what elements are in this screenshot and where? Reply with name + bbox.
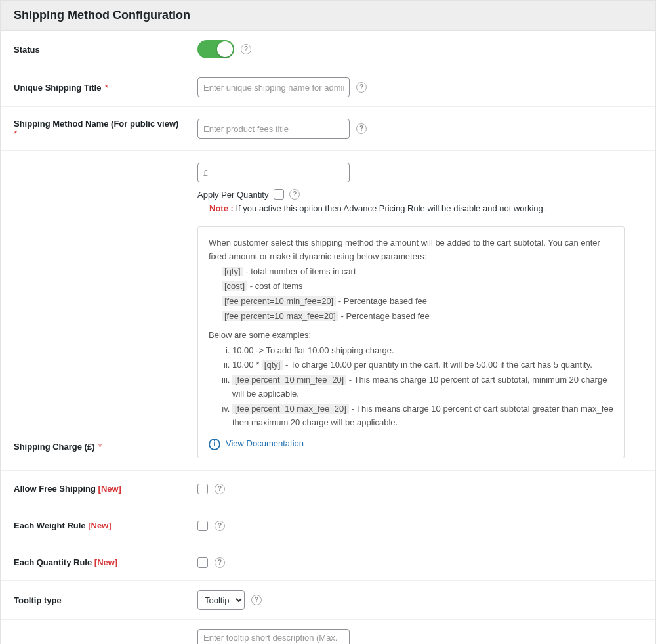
- row-method-name: Shipping Method Name (For public view) *…: [1, 107, 655, 151]
- new-badge: [New]: [98, 484, 121, 494]
- each-qty-checkbox[interactable]: [197, 557, 208, 568]
- tooltip-desc-textarea[interactable]: [197, 629, 350, 644]
- info-icon: i: [209, 439, 220, 450]
- label-unique-title: Unique Shipping Title *: [1, 68, 197, 106]
- view-documentation-link[interactable]: i View Documentation: [209, 437, 304, 451]
- label-each-weight: Each Weight Rule [New]: [1, 507, 197, 544]
- help-box: When customer select this shipping metho…: [197, 226, 625, 458]
- help-icon[interactable]: ?: [241, 44, 251, 54]
- unique-title-input[interactable]: [197, 77, 350, 97]
- panel-header: Shipping Method Configuration: [1, 1, 655, 31]
- page-title: Shipping Method Configuration: [14, 9, 642, 22]
- required-marker: *: [96, 442, 102, 452]
- note-line: Note : If you active this option then Ad…: [209, 204, 642, 213]
- status-toggle[interactable]: [197, 40, 234, 58]
- example-item: 10.00 * [qty] - To charge 10.00 per quan…: [232, 358, 613, 372]
- example-item: 10.00 -> To add flat 10.00 shipping char…: [232, 344, 613, 358]
- toggle-knob: [217, 41, 233, 57]
- label-shipping-charge: Shipping Charge (£) *: [1, 151, 197, 470]
- label-tooltip-type: Tooltip type: [1, 581, 197, 619]
- required-marker: *: [14, 129, 17, 139]
- help-icon[interactable]: ?: [215, 521, 225, 531]
- help-icon[interactable]: ?: [215, 557, 225, 568]
- help-icon[interactable]: ?: [289, 189, 300, 200]
- label-method-name: Shipping Method Name (For public view) *: [1, 107, 197, 150]
- tooltip-type-select[interactable]: Tooltip: [197, 590, 245, 610]
- allow-free-checkbox[interactable]: [197, 484, 208, 494]
- row-each-weight: Each Weight Rule [New] ?: [1, 507, 655, 544]
- help-icon[interactable]: ?: [215, 484, 225, 494]
- row-tooltip-desc: Tooltip Description ?: [1, 620, 655, 644]
- row-shipping-charge: Shipping Charge (£) * Apply Per Quantity…: [1, 151, 655, 471]
- row-tooltip-type: Tooltip type Tooltip ?: [1, 581, 655, 620]
- new-badge: [New]: [94, 557, 117, 567]
- shipping-charge-input[interactable]: [197, 163, 350, 182]
- help-icon[interactable]: ?: [356, 123, 367, 134]
- help-icon[interactable]: ?: [356, 82, 367, 93]
- row-each-qty: Each Quantity Rule [New] ?: [1, 544, 655, 581]
- help-icon[interactable]: ?: [251, 595, 262, 605]
- row-unique-title: Unique Shipping Title * ?: [1, 68, 655, 107]
- config-panel: Shipping Method Configuration Status ? U…: [0, 0, 656, 644]
- label-each-qty: Each Quantity Rule [New]: [1, 544, 197, 580]
- label-allow-free: Allow Free Shipping [New]: [1, 471, 197, 507]
- example-item: [fee percent=10 min_fee=20] - This means…: [232, 374, 613, 401]
- required-marker: *: [102, 83, 108, 93]
- label-status: Status: [1, 31, 197, 68]
- row-allow-free: Allow Free Shipping [New] ?: [1, 471, 655, 507]
- each-weight-checkbox[interactable]: [197, 521, 208, 531]
- label-tooltip-desc: Tooltip Description: [1, 620, 197, 644]
- new-badge: [New]: [88, 521, 111, 530]
- apply-per-qty-checkbox[interactable]: [274, 189, 284, 200]
- example-item: [fee percent=10 max_fee=20] - This means…: [232, 402, 613, 430]
- apply-per-qty-label: Apply Per Quantity: [197, 190, 268, 200]
- method-name-input[interactable]: [197, 119, 350, 139]
- row-status: Status ?: [1, 31, 655, 68]
